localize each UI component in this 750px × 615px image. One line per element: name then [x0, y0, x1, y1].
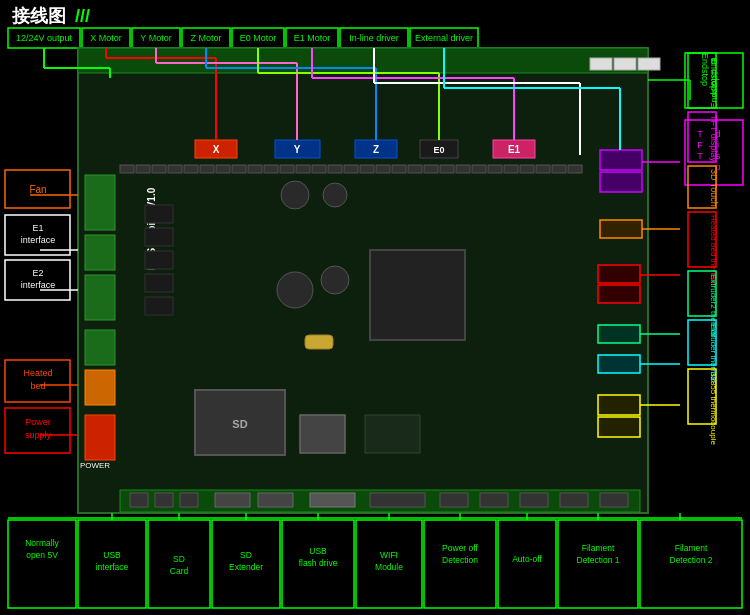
svg-text:Z: Z [373, 144, 379, 155]
svg-text:interface: interface [21, 280, 56, 290]
svg-rect-53 [598, 265, 640, 283]
svg-rect-83 [472, 165, 486, 173]
svg-rect-85 [504, 165, 518, 173]
svg-rect-88 [552, 165, 566, 173]
svg-text:T: T [697, 129, 703, 139]
svg-text:Y: Y [294, 144, 301, 155]
svg-rect-52 [600, 220, 642, 238]
svg-text:SD: SD [173, 554, 185, 564]
svg-text:Detection: Detection [442, 555, 478, 565]
svg-text:F: F [697, 140, 703, 150]
svg-rect-58 [598, 417, 640, 437]
svg-text:USB: USB [103, 550, 121, 560]
svg-rect-70 [264, 165, 278, 173]
svg-text:supply: supply [25, 430, 52, 440]
svg-rect-73 [312, 165, 326, 173]
svg-rect-224 [440, 493, 468, 507]
svg-text:Endstop: Endstop [709, 58, 719, 91]
svg-text:X Motor: X Motor [90, 33, 122, 43]
svg-text:接线图: 接线图 [11, 6, 66, 26]
svg-rect-33 [85, 275, 115, 320]
svg-text:Y Motor: Y Motor [140, 33, 171, 43]
svg-rect-35 [85, 370, 115, 405]
svg-text:3D Touch: 3D Touch [709, 169, 719, 207]
svg-rect-55 [598, 325, 640, 343]
svg-rect-220 [215, 493, 250, 507]
svg-rect-69 [248, 165, 262, 173]
svg-rect-82 [456, 165, 470, 173]
svg-text:Filament: Filament [675, 543, 708, 553]
svg-text:POWER: POWER [80, 461, 110, 470]
svg-text:Extender: Extender [229, 562, 263, 572]
svg-text:X: X [213, 144, 220, 155]
svg-rect-37 [370, 250, 465, 340]
svg-rect-54 [598, 285, 640, 303]
svg-rect-228 [600, 493, 628, 507]
svg-point-41 [321, 266, 349, 294]
svg-rect-63 [152, 165, 166, 173]
svg-text:Detection 1: Detection 1 [577, 555, 620, 565]
svg-text:E2: E2 [32, 268, 43, 278]
svg-text:Power off: Power off [442, 543, 478, 553]
svg-rect-51 [600, 172, 642, 192]
svg-point-40 [277, 272, 313, 308]
svg-rect-80 [424, 165, 438, 173]
svg-rect-66 [200, 165, 214, 173]
svg-rect-217 [130, 493, 148, 507]
svg-rect-61 [120, 165, 134, 173]
svg-rect-218 [155, 493, 173, 507]
svg-text:In-line driver: In-line driver [349, 33, 399, 43]
svg-text:Fan: Fan [29, 184, 46, 195]
svg-rect-67 [216, 165, 230, 173]
svg-rect-45 [300, 415, 345, 453]
svg-rect-77 [376, 165, 390, 173]
svg-rect-76 [360, 165, 374, 173]
svg-text:E1: E1 [508, 144, 521, 155]
svg-text:USB: USB [309, 546, 327, 556]
svg-text:open 5V: open 5V [26, 550, 58, 560]
svg-text:bed: bed [30, 381, 45, 391]
svg-rect-89 [568, 165, 582, 173]
svg-rect-86 [520, 165, 534, 173]
svg-rect-222 [310, 493, 355, 507]
svg-rect-215 [145, 297, 173, 315]
svg-rect-214 [145, 274, 173, 292]
svg-text:TFT display: TFT display [709, 115, 719, 162]
svg-rect-47 [590, 58, 612, 70]
svg-text:Filament: Filament [582, 543, 615, 553]
svg-text:Auto-off: Auto-off [512, 554, 542, 564]
svg-rect-46 [365, 415, 420, 453]
svg-rect-78 [392, 165, 406, 173]
svg-rect-50 [600, 150, 642, 170]
svg-rect-221 [258, 493, 293, 507]
svg-rect-74 [328, 165, 342, 173]
svg-rect-57 [598, 395, 640, 415]
svg-rect-84 [488, 165, 502, 173]
svg-text:E1 Motor: E1 Motor [294, 33, 331, 43]
svg-rect-31 [85, 175, 115, 230]
svg-rect-213 [145, 251, 173, 269]
svg-rect-79 [408, 165, 422, 173]
svg-rect-211 [145, 205, 173, 223]
svg-rect-75 [344, 165, 358, 173]
svg-rect-212 [145, 228, 173, 246]
svg-rect-81 [440, 165, 454, 173]
svg-rect-62 [136, 165, 150, 173]
svg-text:flash drive: flash drive [299, 558, 338, 568]
svg-rect-32 [85, 235, 115, 270]
svg-rect-227 [560, 493, 588, 507]
svg-text:SD: SD [240, 550, 252, 560]
svg-text:Normally: Normally [25, 538, 59, 548]
svg-rect-65 [184, 165, 198, 173]
svg-text:External driver: External driver [415, 33, 473, 43]
svg-text:Power: Power [25, 417, 51, 427]
svg-rect-36 [85, 415, 115, 460]
svg-rect-42 [305, 335, 333, 349]
svg-text:interface: interface [96, 562, 129, 572]
board-diagram: 接线图 /// 12/24V output X Motor Y Motor Z … [0, 0, 750, 615]
svg-text:Endstop: Endstop [700, 53, 710, 86]
svg-text:E0: E0 [433, 145, 444, 155]
svg-text:///: /// [75, 6, 90, 26]
svg-text:WIFI: WIFI [380, 550, 398, 560]
svg-rect-64 [168, 165, 182, 173]
